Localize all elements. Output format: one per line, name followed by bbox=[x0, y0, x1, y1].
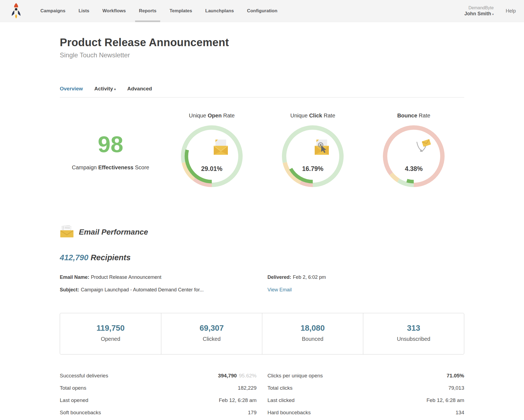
nav-item-templates[interactable]: Templates bbox=[163, 0, 199, 22]
recipients-heading: 412,790 Recipients bbox=[60, 253, 464, 262]
email-performance-section: Email Performance 412,790 Recipients Ema… bbox=[60, 225, 464, 419]
stat-box-unsubscribed: 313Unsubscribed bbox=[363, 313, 464, 354]
campaign-score: 98 Campaign Effectiveness Score bbox=[60, 113, 161, 190]
summary-label-total-clicks: Total clicks bbox=[267, 385, 293, 391]
gauge-value-bounce-rate: 4.38% bbox=[380, 165, 447, 173]
gauge-unique-open-rate: Unique Open Rate29.01% bbox=[161, 113, 262, 190]
summary-row-last-opened: Last openedFeb 12, 6:28 am bbox=[60, 394, 257, 406]
stat-label-unsubscribed: Unsubscribed bbox=[363, 336, 464, 342]
gauge-unique-click-rate: Unique Click Rate16.79% bbox=[262, 113, 363, 190]
nav-menu: CampaignsListsWorkflowsReportsTemplatesL… bbox=[34, 0, 284, 22]
summary-label-last-opened: Last opened bbox=[60, 397, 88, 403]
stat-box-bounced: 18,080Bounced bbox=[262, 313, 363, 354]
delivered-label: Delivered: bbox=[267, 274, 291, 280]
summary-extra-successful-deliveries: 95.62% bbox=[239, 373, 257, 378]
email-performance-header: Email Performance bbox=[60, 225, 464, 239]
stat-label-clicked: Clicked bbox=[161, 336, 262, 342]
recipients-label: Recipients bbox=[88, 253, 131, 262]
top-navbar: CampaignsListsWorkflowsReportsTemplatesL… bbox=[0, 0, 524, 22]
stat-box-clicked: 69,307Clicked bbox=[161, 313, 262, 354]
stat-label-bounced: Bounced bbox=[262, 336, 363, 342]
nav-item-launchplans[interactable]: Launchplans bbox=[199, 0, 240, 22]
tab-overview[interactable]: Overview bbox=[60, 86, 83, 92]
report-page: Product Release Announcement Single Touc… bbox=[60, 36, 464, 419]
summary-label-last-clicked: Last clicked bbox=[267, 397, 294, 403]
stat-box-opened: 119,750Opened bbox=[60, 313, 161, 354]
brand-logo[interactable] bbox=[10, 2, 22, 20]
email-details: Email Name: Product Release Announcement… bbox=[60, 271, 464, 296]
score-label-pre: Campaign bbox=[72, 164, 98, 170]
gauge-title-pre: Unique bbox=[189, 113, 208, 119]
gauge-title-unique-open-rate: Unique Open Rate bbox=[161, 113, 262, 119]
account-menu[interactable]: DemandByte John Smith▾ bbox=[464, 5, 494, 17]
page-title: Product Release Announcement bbox=[60, 36, 464, 49]
gauge-title-bold: Bounce bbox=[397, 113, 417, 119]
chevron-down-icon: ▾ bbox=[114, 87, 116, 91]
email-stack-icon bbox=[60, 225, 74, 239]
summary-row-last-clicked: Last clickedFeb 12, 6:28 am bbox=[267, 394, 464, 406]
help-link[interactable]: Help bbox=[506, 8, 516, 14]
view-email-link[interactable]: View Email bbox=[267, 287, 292, 293]
gauge-donut-unique-click-rate: 16.79% bbox=[279, 123, 346, 190]
summary-value-successful-deliveries: 394,79095.62% bbox=[218, 373, 257, 379]
account-company: DemandByte bbox=[464, 5, 494, 11]
tab-activity[interactable]: Activity▾ bbox=[94, 86, 116, 92]
summary-row-clicks-per-unique-opens: Clicks per unique opens71.05% bbox=[267, 369, 464, 382]
score-label-bold: Effectiveness bbox=[98, 164, 133, 170]
summary-value-total-opens: 182,229 bbox=[238, 385, 257, 391]
summary-row-soft-bouncebacks: Soft bouncebacks179 bbox=[60, 406, 257, 419]
tab-label: Activity bbox=[94, 86, 113, 91]
page-subtitle: Single Touch Newsletter bbox=[60, 51, 464, 59]
summary-label-clicks-per-unique-opens: Clicks per unique opens bbox=[267, 373, 323, 379]
gauge-title-bold: Click bbox=[309, 113, 322, 119]
subject-value: Campaign Launchpad - Automated Demand Ce… bbox=[81, 287, 204, 293]
gauge-value-unique-open-rate: 29.01% bbox=[178, 165, 245, 173]
gauge-title-unique-click-rate: Unique Click Rate bbox=[262, 113, 363, 119]
score-label: Campaign Effectiveness Score bbox=[60, 164, 161, 171]
stat-label-opened: Opened bbox=[60, 336, 161, 342]
nav-item-lists[interactable]: Lists bbox=[72, 0, 96, 22]
summary-value-hard-bouncebacks: 134 bbox=[455, 410, 464, 416]
tab-advanced[interactable]: Advanced bbox=[127, 86, 152, 92]
email-name-value: Product Release Announcement bbox=[91, 274, 161, 280]
section-title: Email Performance bbox=[79, 228, 148, 236]
gauge-bounce-rate: Bounce Rate4.38% bbox=[363, 113, 464, 190]
recipients-count: 412,790 bbox=[60, 253, 88, 262]
delivered-value: Feb 2, 6:02 pm bbox=[293, 274, 326, 280]
gauge-value-unique-click-rate: 16.79% bbox=[279, 165, 346, 173]
stat-value-opened: 119,750 bbox=[60, 324, 161, 333]
gauge-title-post: Rate bbox=[322, 113, 335, 119]
summary-label-successful-deliveries: Successful deliveries bbox=[60, 373, 108, 379]
tab-label: Overview bbox=[60, 86, 83, 91]
summary-value-clicks-per-unique-opens: 71.05% bbox=[447, 373, 464, 379]
gauge-title-bounce-rate: Bounce Rate bbox=[363, 113, 464, 119]
email-name-row: Email Name: Product Release Announcement bbox=[60, 271, 257, 283]
stat-boxes: 119,750Opened69,307Clicked18,080Bounced3… bbox=[60, 313, 464, 354]
view-email-row: View Email bbox=[267, 283, 464, 296]
summary-value-last-opened: Feb 12, 6:28 am bbox=[219, 397, 257, 403]
gauge-title-pre: Unique bbox=[290, 113, 309, 119]
summary-row-total-opens: Total opens182,229 bbox=[60, 382, 257, 394]
gauge-title-post: Rate bbox=[417, 113, 430, 119]
score-label-post: Score bbox=[133, 164, 149, 170]
subject-label: Subject: bbox=[60, 287, 79, 293]
nav-item-campaigns[interactable]: Campaigns bbox=[34, 0, 72, 22]
nav-item-workflows[interactable]: Workflows bbox=[96, 0, 132, 22]
stat-value-bounced: 18,080 bbox=[262, 324, 363, 333]
gauge-donut-bounce-rate: 4.38% bbox=[380, 123, 447, 190]
summary-row-successful-deliveries: Successful deliveries394,79095.62% bbox=[60, 369, 257, 382]
gauge-title-bold: Open bbox=[208, 113, 222, 119]
nav-right: DemandByte John Smith▾ Help bbox=[464, 5, 524, 17]
report-tabs: OverviewActivity▾Advanced bbox=[60, 86, 464, 97]
nav-item-configuration[interactable]: Configuration bbox=[240, 0, 284, 22]
delivered-row: Delivered: Feb 2, 6:02 pm bbox=[267, 271, 464, 283]
summary-label-soft-bouncebacks: Soft bouncebacks bbox=[60, 410, 101, 416]
metrics-row: 98 Campaign Effectiveness Score Unique O… bbox=[60, 113, 464, 190]
nav-item-reports[interactable]: Reports bbox=[132, 0, 163, 22]
score-value: 98 bbox=[60, 133, 161, 156]
stat-value-unsubscribed: 313 bbox=[363, 324, 464, 333]
summary-stats: Successful deliveries394,79095.62%Clicks… bbox=[60, 369, 464, 419]
summary-row-total-clicks: Total clicks79,013 bbox=[267, 382, 464, 394]
gauge-title-post: Rate bbox=[222, 113, 235, 119]
summary-row-hard-bouncebacks: Hard bouncebacks134 bbox=[267, 406, 464, 419]
